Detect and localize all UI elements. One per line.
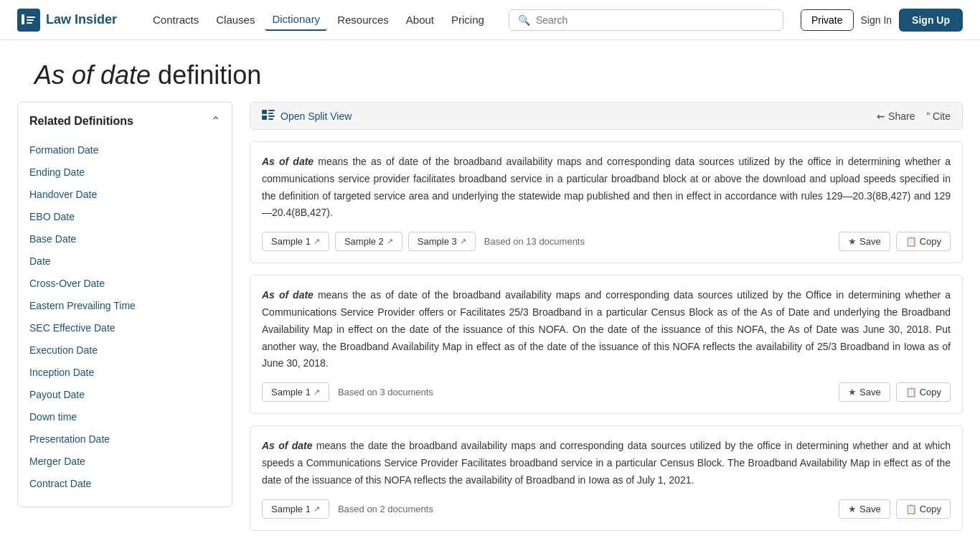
star-icon: ★	[848, 504, 857, 514]
save-button[interactable]: ★ Save	[839, 232, 890, 251]
private-button[interactable]: Private	[801, 9, 854, 31]
sidebar-link[interactable]: Date	[29, 250, 220, 273]
svg-rect-4	[262, 110, 267, 114]
copy-icon: 📋	[905, 236, 917, 247]
sidebar-link[interactable]: Ending Date	[29, 161, 220, 184]
definition-text: As of date means the date the broadband …	[262, 438, 951, 489]
external-link-icon: ↗	[314, 237, 320, 246]
split-view-actions: ⇜ Share ” Cite	[877, 110, 951, 122]
signup-button[interactable]: Sign Up	[899, 9, 963, 32]
sidebar-link[interactable]: Payout Date	[29, 384, 220, 406]
definition-footer: Sample 1 ↗Sample 2 ↗Sample 3 ↗Based on 1…	[262, 232, 951, 251]
nav-clauses[interactable]: Clauses	[209, 9, 262, 30]
definition-footer: Sample 1 ↗Based on 2 documents★ Save📋 Co…	[262, 499, 951, 519]
split-view-label: Open Split View	[281, 110, 352, 122]
svg-rect-6	[268, 113, 273, 114]
external-link-icon: ↗	[314, 387, 320, 397]
sample-button-1[interactable]: Sample 1 ↗	[262, 382, 329, 402]
copy-button[interactable]: 📋 Copy	[896, 232, 951, 251]
signin-button[interactable]: Sign In	[861, 14, 892, 26]
page-title: As of date definition	[0, 40, 980, 102]
cite-button[interactable]: ” Cite	[926, 110, 951, 122]
svg-rect-1	[27, 17, 35, 18]
star-icon: ★	[848, 387, 857, 397]
cite-icon: ”	[926, 110, 930, 122]
definition-card: As of date means the as of date of the b…	[250, 275, 963, 414]
card-actions: ★ Save📋 Copy	[839, 382, 951, 402]
main-layout: Related Definitions ⌃ Formation DateEndi…	[0, 102, 980, 542]
search-input[interactable]	[536, 14, 774, 26]
svg-rect-5	[268, 110, 275, 111]
copy-icon: 📋	[905, 504, 917, 514]
star-icon: ★	[848, 236, 857, 247]
split-view-icon	[262, 110, 275, 122]
search-bar: 🔍	[509, 9, 783, 31]
nav-pricing[interactable]: Pricing	[444, 9, 491, 30]
based-on-label: Based on 13 documents	[484, 236, 585, 247]
nav-contracts[interactable]: Contracts	[146, 9, 206, 30]
share-icon: ⇜	[877, 110, 885, 122]
svg-rect-2	[27, 19, 34, 21]
nav-links: Contracts Clauses Dictionary Resources A…	[146, 9, 491, 31]
sidebar-link[interactable]: EBO Date	[29, 206, 220, 228]
sidebar-link[interactable]: Inception Date	[29, 362, 220, 384]
sidebar-link[interactable]: Execution Date	[29, 339, 220, 362]
sidebar-link[interactable]: Eastern Prevailing Time	[29, 295, 220, 317]
nav-about[interactable]: About	[399, 9, 441, 30]
sidebar-link[interactable]: Presentation Date	[29, 428, 220, 451]
copy-icon: 📋	[905, 387, 917, 397]
external-link-icon: ↗	[387, 237, 393, 246]
sample-button-2[interactable]: Sample 2 ↗	[335, 232, 402, 251]
sidebar-title: Related Definitions	[29, 115, 133, 128]
external-link-icon: ↗	[314, 504, 320, 514]
svg-rect-9	[268, 118, 273, 120]
navbar: Law Insider Contracts Clauses Dictionary…	[0, 0, 980, 40]
sample-button-1[interactable]: Sample 1 ↗	[262, 499, 329, 519]
split-view-bar: Open Split View ⇜ Share ” Cite	[250, 102, 963, 130]
copy-button[interactable]: 📋 Copy	[896, 499, 951, 519]
nav-dictionary[interactable]: Dictionary	[265, 9, 327, 31]
chevron-up-icon[interactable]: ⌃	[211, 114, 220, 128]
sidebar-link[interactable]: SEC Effective Date	[29, 317, 220, 339]
definition-card: As of date means the date the broadband …	[250, 425, 963, 530]
sidebar-link[interactable]: Contract Date	[29, 473, 220, 495]
sample-button-3[interactable]: Sample 3 ↗	[408, 232, 476, 251]
svg-rect-3	[27, 22, 32, 24]
sidebar-link[interactable]: Handover Date	[29, 184, 220, 206]
based-on-label: Based on 2 documents	[338, 504, 433, 514]
logo-text: Law Insider	[46, 12, 117, 27]
content-area: Open Split View ⇜ Share ” Cite As of dat…	[250, 102, 963, 542]
sidebar-link[interactable]: Cross-Over Date	[29, 273, 220, 295]
sidebar-link[interactable]: Base Date	[29, 228, 220, 250]
svg-rect-8	[268, 116, 275, 117]
sidebar: Related Definitions ⌃ Formation DateEndi…	[17, 102, 232, 507]
share-button[interactable]: ⇜ Share	[877, 110, 915, 122]
sidebar-link[interactable]: Down time	[29, 406, 220, 428]
sidebar-header: Related Definitions ⌃	[29, 114, 220, 128]
definition-cards: As of date means the as of date of the b…	[250, 141, 963, 531]
card-actions: ★ Save📋 Copy	[839, 232, 951, 251]
split-view-button[interactable]: Open Split View	[262, 110, 352, 122]
sidebar-links: Formation DateEnding DateHandover DateEB…	[29, 139, 220, 495]
based-on-label: Based on 3 documents	[338, 387, 433, 397]
definition-footer: Sample 1 ↗Based on 3 documents★ Save📋 Co…	[262, 382, 951, 402]
card-actions: ★ Save📋 Copy	[839, 499, 951, 519]
external-link-icon: ↗	[460, 237, 466, 246]
definition-text: As of date means the as of date of the b…	[262, 154, 951, 222]
search-icon: 🔍	[518, 14, 530, 26]
sidebar-link[interactable]: Merger Date	[29, 451, 220, 473]
save-button[interactable]: ★ Save	[839, 499, 890, 519]
definition-text: As of date means the as of date of the b…	[262, 287, 951, 372]
sample-button-1[interactable]: Sample 1 ↗	[262, 232, 329, 251]
copy-button[interactable]: 📋 Copy	[896, 382, 951, 402]
logo-link[interactable]: Law Insider	[17, 9, 117, 32]
svg-rect-7	[262, 116, 267, 120]
save-button[interactable]: ★ Save	[839, 382, 890, 402]
nav-actions: Private Sign In Sign Up	[801, 9, 963, 32]
sidebar-link[interactable]: Formation Date	[29, 139, 220, 161]
svg-rect-0	[22, 14, 24, 24]
nav-resources[interactable]: Resources	[330, 9, 396, 30]
definition-card: As of date means the as of date of the b…	[250, 141, 963, 263]
logo-icon	[17, 9, 40, 32]
